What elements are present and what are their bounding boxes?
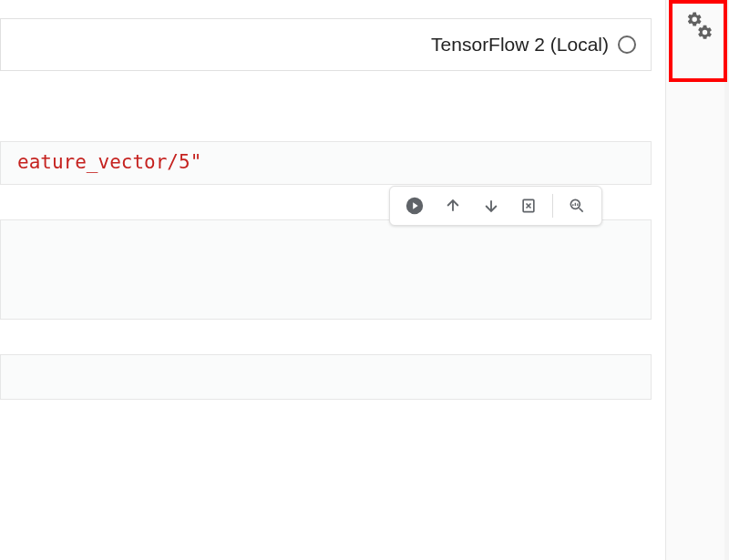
code-cell[interactable] — [0, 354, 652, 400]
cell-content: eature_vector/5" — [17, 151, 201, 173]
code-cell[interactable] — [0, 219, 652, 320]
notebook-main: TensorFlow 2 (Local) eature_vector/5" — [0, 0, 665, 560]
arrow-down-icon — [482, 197, 500, 215]
run-cell-button[interactable] — [400, 191, 429, 220]
play-icon — [405, 196, 425, 216]
right-sidebar — [665, 0, 729, 560]
move-down-button[interactable] — [477, 191, 506, 220]
arrow-up-icon — [444, 197, 462, 215]
cell-toolbar — [389, 186, 602, 226]
highlight-box — [669, 0, 727, 82]
toolbar-divider — [552, 194, 553, 218]
kernel-label[interactable]: TensorFlow 2 (Local) — [431, 34, 609, 56]
chart-search-icon — [568, 197, 586, 215]
clear-output-button[interactable] — [514, 191, 543, 220]
variable-inspector-button[interactable] — [562, 191, 591, 220]
move-up-button[interactable] — [438, 191, 467, 220]
kernel-status-icon[interactable] — [618, 36, 636, 54]
code-cell[interactable]: eature_vector/5" — [0, 141, 652, 185]
clear-icon — [519, 197, 538, 215]
kernel-bar: TensorFlow 2 (Local) — [0, 18, 652, 71]
scrollbar[interactable] — [724, 0, 729, 560]
